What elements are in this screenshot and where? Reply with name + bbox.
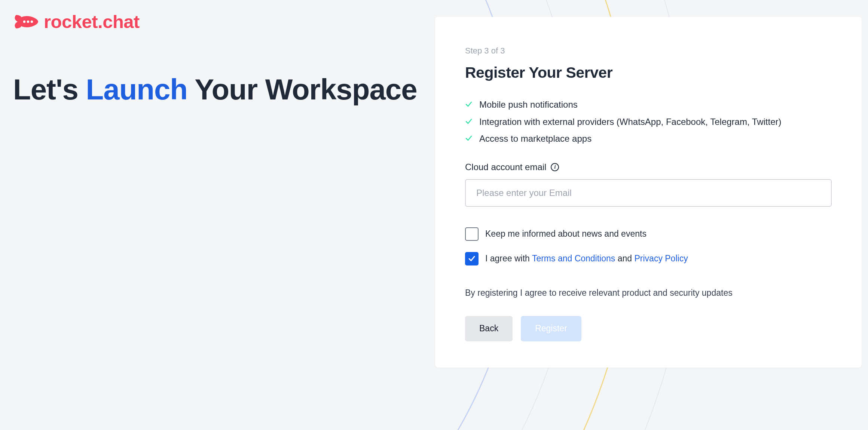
- disclaimer-text: By registering I agree to receive releva…: [465, 288, 832, 298]
- button-row: Back Register: [465, 316, 832, 341]
- svg-point-0: [23, 21, 25, 23]
- svg-point-2: [31, 21, 33, 23]
- hero-title-accent: Launch: [86, 73, 187, 106]
- card-title: Register Your Server: [465, 64, 832, 82]
- left-panel: rocket.chat Let's Launch Your Workspace: [13, 11, 417, 106]
- news-checkbox[interactable]: [465, 227, 479, 241]
- agree-checkbox-label: I agree with Terms and Conditions and Pr…: [485, 254, 688, 264]
- hero-title-suffix: Your Workspace: [187, 73, 417, 106]
- feature-text: Integration with external providers (Wha…: [479, 116, 781, 128]
- feature-text: Mobile push notifications: [479, 98, 578, 111]
- check-icon: [465, 118, 473, 125]
- logo: rocket.chat: [13, 11, 417, 32]
- svg-point-1: [27, 21, 29, 23]
- news-checkbox-label: Keep me informed about news and events: [485, 229, 647, 239]
- email-input[interactable]: [465, 179, 832, 207]
- check-icon: [465, 101, 473, 108]
- privacy-link[interactable]: Privacy Policy: [634, 254, 688, 263]
- news-checkbox-row: Keep me informed about news and events: [465, 227, 832, 241]
- hero-title-prefix: Let's: [13, 73, 86, 106]
- register-button[interactable]: Register: [521, 316, 581, 341]
- feature-text: Access to marketplace apps: [479, 132, 592, 145]
- email-field-label: Cloud account email: [465, 162, 546, 172]
- agree-prefix: I agree with: [485, 254, 532, 263]
- features-list: Mobile push notifications Integration wi…: [465, 98, 832, 145]
- step-label: Step 3 of 3: [465, 46, 832, 56]
- email-label-row: Cloud account email: [465, 162, 832, 172]
- back-button[interactable]: Back: [465, 316, 513, 341]
- hero-title: Let's Launch Your Workspace: [13, 73, 417, 106]
- check-icon: [465, 135, 473, 142]
- terms-link[interactable]: Terms and Conditions: [532, 254, 615, 263]
- logo-text: rocket.chat: [44, 11, 140, 32]
- rocket-chat-logo-icon: [13, 11, 39, 32]
- feature-item: Integration with external providers (Wha…: [465, 116, 832, 128]
- info-icon[interactable]: [551, 163, 559, 171]
- agree-checkbox[interactable]: [465, 252, 479, 265]
- agree-checkbox-row: I agree with Terms and Conditions and Pr…: [465, 252, 832, 265]
- agree-mid: and: [615, 254, 634, 263]
- feature-item: Access to marketplace apps: [465, 132, 832, 145]
- register-card: Step 3 of 3 Register Your Server Mobile …: [435, 17, 862, 368]
- feature-item: Mobile push notifications: [465, 98, 832, 111]
